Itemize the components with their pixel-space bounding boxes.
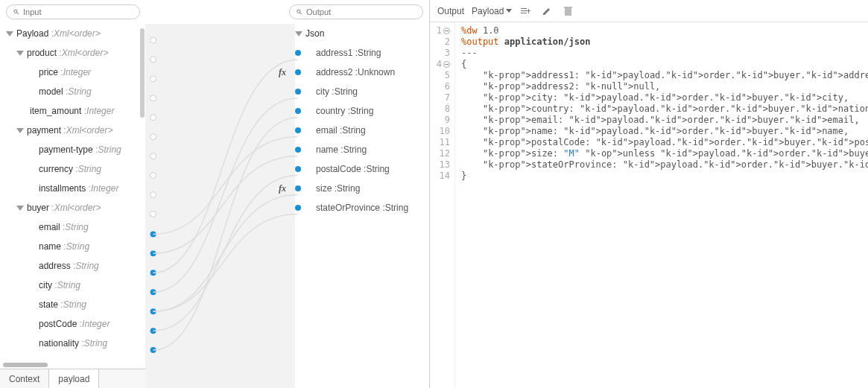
edit-button[interactable] xyxy=(540,4,554,18)
tree-leaf[interactable]: nationality : String xyxy=(0,334,145,353)
mapping-dot[interactable] xyxy=(295,147,301,153)
tab-context[interactable]: Context xyxy=(0,369,49,388)
code-editor[interactable]: 1234567891011121314 %dw 1.0%output appli… xyxy=(430,22,868,388)
delete-button[interactable] xyxy=(561,4,574,18)
field-label: address1 xyxy=(316,48,352,58)
field-label: city xyxy=(316,86,329,97)
mapping-dot[interactable] xyxy=(295,205,301,211)
vertical-scrollbar[interactable] xyxy=(140,28,145,118)
code-content[interactable]: %dw 1.0%output application/json---{ "k-p… xyxy=(455,22,868,388)
tree-leaf[interactable]: payment-type : String xyxy=(0,140,145,159)
field-label: postalCode xyxy=(316,164,361,174)
mapping-dot[interactable] xyxy=(295,108,301,114)
mapping-dot[interactable] xyxy=(295,69,301,75)
output-field[interactable]: postalCode : String xyxy=(295,159,429,179)
horizontal-scrollbar[interactable] xyxy=(3,363,48,367)
payload-dropdown[interactable]: Payload xyxy=(472,6,512,16)
output-field[interactable]: city : String xyxy=(295,82,429,101)
output-field[interactable]: fxaddress2 : Unknown xyxy=(295,63,429,82)
tree-node-buyer[interactable]: buyer : Xml<order> xyxy=(0,198,145,217)
input-tree[interactable]: Payload : Xml<order> product : Xml<order… xyxy=(0,24,145,388)
chevron-down-icon xyxy=(506,9,512,13)
tree-leaf[interactable]: currency : String xyxy=(0,159,145,179)
code-panel: Output Payload Preview 12345678910111213… xyxy=(430,0,868,388)
output-field[interactable]: fxsize : String xyxy=(295,179,429,198)
input-search-box[interactable] xyxy=(6,4,140,19)
svg-rect-19 xyxy=(521,13,527,13)
field-label: email xyxy=(316,125,338,136)
mapping-area: Payload : Xml<order> product : Xml<order… xyxy=(0,24,429,388)
output-tree[interactable]: Json address1 : Stringfxaddress2 : Unkno… xyxy=(295,24,429,388)
mapping-dot[interactable] xyxy=(295,89,301,95)
field-type: String xyxy=(337,183,360,194)
bottom-tabs: Context payload xyxy=(0,369,145,388)
tree-leaf[interactable]: city : String xyxy=(0,276,145,295)
output-field[interactable]: name : String xyxy=(295,140,429,159)
field-type: String xyxy=(350,106,373,116)
center-strip xyxy=(145,24,295,388)
svg-rect-18 xyxy=(521,10,527,11)
field-type: String xyxy=(366,164,389,174)
code-toolbar: Output Payload Preview xyxy=(430,0,868,22)
mapping-dot[interactable] xyxy=(295,185,301,191)
svg-rect-23 xyxy=(564,7,572,8)
field-type: String xyxy=(343,144,367,155)
tab-payload[interactable]: payload xyxy=(49,369,99,388)
output-field[interactable]: address1 : String xyxy=(295,43,429,63)
field-label: size xyxy=(316,183,332,194)
output-field[interactable]: email : String xyxy=(295,121,429,140)
tree-root-json[interactable]: Json xyxy=(295,24,429,43)
mapping-panel: Payload : Xml<order> product : Xml<order… xyxy=(0,0,430,388)
mapping-dot[interactable] xyxy=(295,166,301,172)
svg-rect-21 xyxy=(527,10,530,11)
svg-rect-17 xyxy=(521,8,527,9)
field-label: address2 xyxy=(316,67,352,77)
tree-node-product[interactable]: product : Xml<order> xyxy=(0,43,145,63)
add-button[interactable] xyxy=(519,4,533,18)
output-field[interactable]: stateOrProvince : String xyxy=(295,198,429,217)
tree-leaf[interactable]: price : Integer xyxy=(0,63,145,82)
field-label: name xyxy=(316,144,338,155)
field-type: String xyxy=(342,125,365,136)
svg-rect-22 xyxy=(565,8,571,16)
field-type: String xyxy=(335,86,358,97)
tree-root-payload[interactable]: Payload : Xml<order> xyxy=(0,24,145,43)
tree-leaf[interactable]: email : String xyxy=(0,217,145,237)
field-type: Unknown xyxy=(358,67,395,77)
field-type: String xyxy=(358,48,381,58)
fx-icon: fx xyxy=(279,67,286,78)
tree-leaf[interactable]: postCode : Integer xyxy=(0,314,145,334)
tree-leaf[interactable]: name : String xyxy=(0,237,145,256)
output-search-field[interactable] xyxy=(306,7,416,16)
output-field[interactable]: country : String xyxy=(295,101,429,121)
output-label: Output xyxy=(437,6,464,16)
input-search-field[interactable] xyxy=(23,7,133,16)
field-label: country xyxy=(316,106,345,116)
output-search-box[interactable] xyxy=(289,4,423,19)
tree-leaf[interactable]: address : String xyxy=(0,256,145,276)
tree-leaf[interactable]: model : String xyxy=(0,82,145,101)
search-icon xyxy=(296,8,303,16)
field-label: stateOrProvince xyxy=(316,203,380,213)
field-type: String xyxy=(385,203,408,213)
mapping-dot[interactable] xyxy=(295,50,301,56)
line-gutter: 1234567891011121314 xyxy=(430,22,455,388)
tree-node-payment[interactable]: payment : Xml<order> xyxy=(0,121,145,140)
mapping-dot[interactable] xyxy=(295,127,301,133)
tree-leaf[interactable]: state : String xyxy=(0,295,145,314)
fx-icon: fx xyxy=(279,183,286,194)
tree-leaf[interactable]: installments : Integer xyxy=(0,179,145,198)
search-icon xyxy=(13,8,20,16)
tree-leaf[interactable]: item_amount : Integer xyxy=(0,101,145,121)
